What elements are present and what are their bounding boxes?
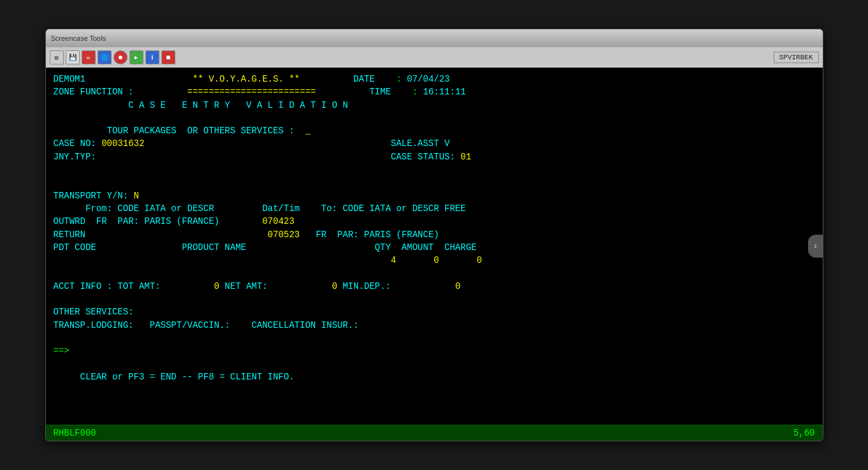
min-dep-value: 0 xyxy=(455,281,460,291)
page-title: C A S E E N T R Y V A L I D A T I O N xyxy=(128,100,348,110)
tour-packages-cursor: _ xyxy=(305,126,310,136)
date-value: 07/04/23 xyxy=(407,74,450,84)
terminal-line-blank3 xyxy=(54,176,815,189)
transport-label: TRANSPORT Y/N: xyxy=(54,191,134,201)
passpt-vaccin-label: PASSPT/VACCIN.: xyxy=(150,320,230,330)
return-destination: FR PAR: PARIS (FRANCE) xyxy=(316,230,439,240)
terminal-line-13: RETURN 070523 FR PAR: PARIS (FRANCE) xyxy=(54,228,815,241)
toolbar-btn-globe[interactable]: 🌐 xyxy=(98,50,112,64)
toolbar-btn-2[interactable]: 💾 xyxy=(66,50,80,64)
qty-value: 4 xyxy=(391,255,396,265)
terminal-line-24: CLEAR or PF3 = END -- PF8 = CLIENT INFO. xyxy=(54,371,815,383)
acct-info-label: ACCT INFO : TOT AMT: xyxy=(54,281,161,291)
terminal-line-blank5 xyxy=(54,293,815,305)
terminal-line-blank4 xyxy=(54,267,815,279)
terminal-line-blank1 xyxy=(54,112,815,124)
pdt-code-header: PDT CODE PRODUCT NAME QTY AMOUNT CHARGE xyxy=(54,242,477,253)
terminal-line-2: ZONE FUNCTION : ========================… xyxy=(54,85,815,98)
terminal-line-15: 4 0 0 xyxy=(54,254,815,267)
charge-value: 0 xyxy=(476,255,482,265)
terminal-line-blank6 xyxy=(54,332,815,344)
net-amt-label: NET AMT: xyxy=(219,281,268,291)
corner-badge: SPVIRBEK xyxy=(774,52,819,63)
tot-amt-value: 0 xyxy=(214,281,219,291)
min-dep-label: MIN.DEP.: xyxy=(337,281,391,291)
case-status-value: 01 xyxy=(460,152,471,162)
zone-function-label: ZONE FUNCTION : xyxy=(54,87,134,97)
app-title: ** V.O.Y.A.G.E.S. ** xyxy=(193,74,300,84)
main-window: Screencase Tools ▤ 💾 ✉ 🌐 ⏺ ▶ ℹ ⏹ SP xyxy=(45,29,823,441)
terminal-line-22: ==> xyxy=(54,344,815,357)
title-bar-left: Screencase Tools xyxy=(51,34,107,42)
from-header: From: CODE IATA or DESCR Dat/Tim To: COD… xyxy=(54,203,466,214)
status-program: RHBLF000 xyxy=(54,428,96,438)
case-no-value: 00031632 xyxy=(101,138,144,149)
transp-lodging-label: TRANSP.LODGING: xyxy=(54,320,134,330)
outwrd-label: OUTWRD xyxy=(54,216,85,226)
terminal-line-12: OUTWRD FR PAR: PARIS (FRANCE) 070423 xyxy=(54,215,815,228)
terminal-line-6: CASE NO: 00031632 SALE.ASST V xyxy=(54,137,815,150)
terminal-line-5: TOUR PACKAGES OR OTHERS SERVICES : _ xyxy=(54,124,815,137)
separator-line: ======================== xyxy=(188,87,316,97)
case-no-label: CASE NO: xyxy=(54,138,102,149)
scroll-indicator[interactable]: › xyxy=(808,235,823,258)
transport-value: N xyxy=(134,191,139,201)
terminal-line-10: TRANSPORT Y/N: N xyxy=(54,189,815,202)
title-bar-text: Screencase Tools xyxy=(51,34,107,42)
sale-asst-label: SALE.ASST V xyxy=(391,138,450,149)
terminal-screen[interactable]: DEMOM1 ** V.O.Y.A.G.E.S. ** DATE : 07/04… xyxy=(46,68,823,425)
terminal-line-blank7 xyxy=(54,358,815,371)
system-id: DEMOM1 xyxy=(54,74,85,84)
title-bar: Screencase Tools xyxy=(46,29,823,47)
tour-packages-label: TOUR PACKAGES OR OTHERS SERVICES : xyxy=(107,126,295,136)
toolbar-btn-play[interactable]: ▶ xyxy=(129,50,143,64)
toolbar-btn-record[interactable]: ⏺ xyxy=(114,50,128,64)
terminal-line-11: From: CODE IATA or DESCR Dat/Tim To: COD… xyxy=(54,202,815,215)
toolbar-btn-1[interactable]: ▤ xyxy=(50,50,64,64)
time-label: TIME xyxy=(369,87,391,97)
return-date: 070523 xyxy=(268,230,300,240)
terminal-line-1: DEMOM1 ** V.O.Y.A.G.E.S. ** DATE : 07/04… xyxy=(54,73,815,85)
time-value: 16:11:11 xyxy=(423,87,466,97)
terminal-line-3: C A S E E N T R Y V A L I D A T I O N xyxy=(54,99,815,112)
return-label: RETURN xyxy=(54,230,85,240)
terminal-line-7: JNY.TYP: CASE STATUS: 01 xyxy=(54,151,815,163)
date-label: DATE xyxy=(353,74,375,84)
terminal-container: DEMOM1 ** V.O.Y.A.G.E.S. ** DATE : 07/04… xyxy=(46,68,823,425)
toolbar-btn-email[interactable]: ✉ xyxy=(82,50,96,64)
case-status-label: CASE STATUS: xyxy=(391,152,460,162)
toolbar: ▤ 💾 ✉ 🌐 ⏺ ▶ ℹ ⏹ SPVIRBEK xyxy=(46,47,823,68)
status-position: 5,60 xyxy=(793,428,815,438)
help-text: CLEAR or PF3 = END -- PF8 = CLIENT INFO. xyxy=(54,372,295,382)
toolbar-btn-stop[interactable]: ⏹ xyxy=(161,50,175,64)
outwrd-fr: FR PAR: PARIS (FRANCE) xyxy=(96,216,219,226)
terminal-line-17: ACCT INFO : TOT AMT: 0 NET AMT: 0 MIN.DE… xyxy=(54,280,815,293)
terminal-line-blank2 xyxy=(54,163,815,176)
terminal-line-14: PDT CODE PRODUCT NAME QTY AMOUNT CHARGE xyxy=(54,241,815,254)
outwrd-date: 070423 xyxy=(262,216,294,226)
cancellation-label: CANCELLATION INSUR.: xyxy=(251,320,358,330)
prompt-arrow: ==> xyxy=(54,346,70,356)
toolbar-btn-info[interactable]: ℹ xyxy=(145,50,159,64)
status-bar: RHBLF000 5,60 xyxy=(46,425,823,441)
terminal-line-20: TRANSP.LODGING: PASSPT/VACCIN.: CANCELLA… xyxy=(54,319,815,332)
jny-typ-label: JNY.TYP: xyxy=(54,152,96,162)
other-services-label: OTHER SERVICES: xyxy=(54,307,134,317)
net-amt-value: 0 xyxy=(332,281,337,291)
terminal-line-19: OTHER SERVICES: xyxy=(54,305,815,318)
